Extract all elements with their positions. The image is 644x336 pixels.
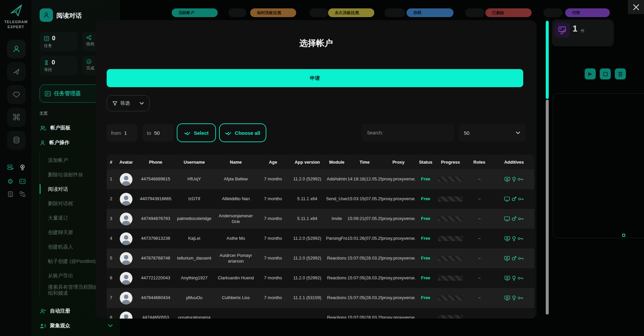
proxy-cell: proxy.proxyverse.io:9200	[382, 176, 415, 182]
phone-cell: 447494876793	[137, 216, 174, 221]
table-row[interactable]: 8 44744650553 unsaturationama Reactions …	[107, 308, 534, 319]
badge-placeholder[interactable]	[228, 8, 246, 17]
badge-placeholder[interactable]	[309, 8, 328, 17]
choose-all-button[interactable]: Choose all	[219, 123, 266, 142]
close-button[interactable]	[628, 0, 644, 14]
table-row[interactable]: 7 447944660434 yMuuOu Cuthbertx Liss 7 m…	[107, 288, 534, 308]
submenu-item[interactable]: 大量退订	[40, 211, 99, 225]
table-row[interactable]: 5 447878768746 tellurium_dassent Auidrce…	[107, 248, 534, 268]
submenu-item[interactable]: 添加帐户	[40, 153, 99, 167]
row-number: 2	[107, 196, 115, 202]
badge-proxy[interactable]: 代理	[565, 8, 610, 17]
badge-temp-blacklist[interactable]: 临时洗板拉黑	[250, 8, 296, 17]
submenu-item[interactable]: 删除垃圾邮件块	[40, 167, 99, 182]
row-number: 6	[107, 275, 115, 281]
avatar	[120, 193, 132, 206]
menu-heading: 主页	[40, 111, 48, 116]
scrollbar-thumb[interactable]	[546, 21, 549, 99]
chevron-down-icon[interactable]	[108, 324, 113, 327]
male-icon: ♂	[512, 256, 517, 261]
table-row[interactable]: 2 4407943916665 IzGTIf Alllelddlto Nan 7…	[107, 189, 534, 209]
page-size-select[interactable]: 50	[459, 124, 526, 142]
table-row[interactable]: 1 447546889615 HfUxjY Afyta Bellew 7 mon…	[107, 169, 534, 189]
username-cell: KajLei	[174, 236, 214, 241]
resize-handle-icon[interactable]	[622, 234, 625, 237]
submenu-item[interactable]: 帖子创建 (@PostBot)	[40, 254, 99, 268]
menu-item-account-panel[interactable]: 帐户面板	[40, 125, 70, 131]
submenu: 添加帐户删除垃圾邮件块阅读对话删除对话框大量退订创建聊天群创建机器人帖子创建 (…	[40, 153, 99, 297]
delete-button[interactable]	[615, 68, 626, 79]
app-version-cell: 11.2.0 (52992)	[288, 256, 326, 261]
submenu-item[interactable]: 创建聊天群	[40, 225, 99, 239]
menu-item-auto-register[interactable]: 自动注册	[40, 308, 70, 314]
row-number: 1	[107, 176, 115, 182]
app-version-cell: 11.2.0 (52992)	[288, 275, 326, 281]
stop-button[interactable]	[600, 68, 611, 79]
badge-active-accounts[interactable]: 活跃帐户	[172, 8, 218, 17]
badge-deleted[interactable]: 已删除	[485, 8, 532, 17]
range-from-input[interactable]: from 1	[107, 124, 138, 142]
storage-check-icon[interactable]	[7, 164, 14, 171]
rail-premium-button[interactable]	[7, 85, 26, 104]
phone-cell: 447546889615	[137, 176, 174, 182]
code-window-icon[interactable]	[19, 178, 26, 185]
badge-placeholder[interactable]	[384, 8, 405, 17]
scrollbar-track[interactable]	[546, 100, 549, 315]
rail-command-button[interactable]: ⌘	[7, 108, 26, 127]
col-header: Proxy	[382, 160, 415, 165]
submenu-item[interactable]: 删除对话框	[40, 196, 99, 211]
swap-icon[interactable]	[19, 190, 26, 198]
female-icon: ♀	[512, 236, 516, 241]
reader-tile-icon	[554, 22, 570, 38]
submenu-item[interactable]: 从账户导出	[40, 268, 99, 283]
badge-placeholder[interactable]	[543, 8, 562, 17]
choose-all-label: Choose all	[235, 130, 260, 136]
gear-icon[interactable]: ⚙	[7, 178, 14, 185]
key-icon	[518, 276, 524, 280]
table-row[interactable]: 6 447721220043 Anything1927 Clarksardin …	[107, 268, 534, 288]
badge-perm-blacklist[interactable]: 永久洗板拉黑	[328, 8, 374, 17]
female-icon: ♀	[512, 295, 516, 301]
filter-dropdown[interactable]: 筛选	[107, 95, 150, 111]
menu-item-account-operations[interactable]: 帐户操作	[40, 139, 69, 146]
search-input[interactable]	[362, 124, 454, 142]
log-panel-outline	[553, 93, 644, 238]
submenu-item[interactable]: 创建机器人	[40, 239, 99, 254]
submenu-item[interactable]: 搜索具有管理员权限的组和频道	[40, 283, 99, 297]
age-cell: 7 months	[258, 176, 288, 182]
badge-archive[interactable]: 存档	[407, 8, 453, 17]
table-row[interactable]: 4 447379813236 KajLei Asthe Mo 7 months …	[107, 229, 534, 248]
progress-cell	[436, 315, 465, 319]
chevron-down-icon	[140, 102, 144, 105]
col-header: Status	[415, 160, 436, 165]
range-to-input[interactable]: to 50	[143, 124, 174, 142]
rail-send-button[interactable]	[7, 62, 26, 81]
play-button[interactable]: ▶	[585, 68, 596, 79]
time-cell: 15:07:05(28.03.25)	[347, 295, 382, 300]
female-icon: ♀	[512, 176, 516, 182]
roles-cell: –	[465, 196, 494, 202]
age-cell: 7 months	[258, 256, 288, 261]
additives-cell: ♂	[494, 216, 534, 222]
table-row[interactable]: 3 447494876793 palmettocoleridge Anderso…	[107, 209, 534, 229]
menu-item-gather-audience[interactable]: 聚集观众	[40, 323, 113, 329]
stat-label: 等待	[44, 67, 74, 73]
avatar-cell	[115, 213, 137, 225]
submenu-item[interactable]: 阅读对话	[40, 182, 99, 196]
module-cell: Send_Username	[326, 196, 347, 202]
select-label: Select	[194, 130, 209, 136]
badge-placeholder[interactable]	[465, 8, 485, 17]
select-button[interactable]: Select	[177, 123, 216, 142]
document-check-icon[interactable]	[7, 190, 14, 198]
rail-database-button[interactable]	[7, 131, 26, 150]
additives-cell: ♂	[494, 196, 534, 202]
user-badge-icon[interactable]	[19, 164, 26, 171]
page-avatar-chip[interactable]	[40, 8, 53, 22]
key-icon	[518, 296, 524, 300]
rail-accounts-button[interactable]	[7, 40, 26, 58]
key-icon	[518, 256, 524, 261]
apply-button[interactable]: 申请	[107, 69, 523, 87]
avatar	[120, 272, 132, 285]
col-header: App version	[288, 160, 326, 165]
roles-cell: –	[465, 256, 494, 261]
